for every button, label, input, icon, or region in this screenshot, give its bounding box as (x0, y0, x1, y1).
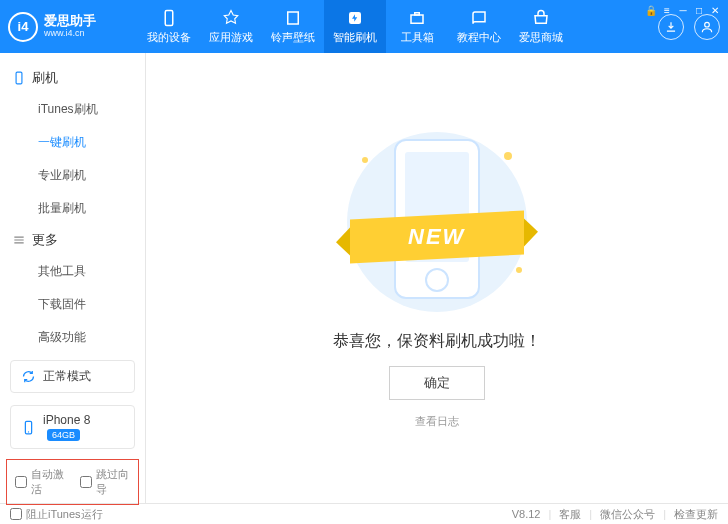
block-itunes-checkbox[interactable]: 阻止iTunes运行 (10, 507, 103, 522)
ok-button[interactable]: 确定 (389, 366, 485, 400)
new-ribbon: NEW (350, 210, 524, 263)
nav-flash[interactable]: 智能刷机 (324, 0, 386, 53)
nav-store[interactable]: 爱思商城 (510, 0, 572, 53)
options-box: 自动激活 跳过向导 (6, 459, 139, 505)
service-link[interactable]: 客服 (559, 507, 581, 522)
top-nav: 我的设备 应用游戏 铃声壁纸 智能刷机 工具箱 教程中心 爱思商城 (138, 0, 652, 53)
lock-icon[interactable]: 🔒 (644, 4, 658, 16)
success-illustration: NEW (332, 127, 542, 317)
storage-badge: 64GB (47, 429, 80, 441)
version-label: V8.12 (512, 508, 541, 520)
maximize-button[interactable]: □ (692, 4, 706, 16)
header: i4 爱思助手 www.i4.cn 我的设备 应用游戏 铃声壁纸 智能刷机 工具… (0, 0, 728, 53)
svg-point-8 (28, 431, 29, 432)
nav-ringtones[interactable]: 铃声壁纸 (262, 0, 324, 53)
sidebar-item-advanced[interactable]: 高级功能 (0, 321, 145, 354)
check-update-link[interactable]: 检查更新 (674, 507, 718, 522)
main-content: NEW 恭喜您，保资料刷机成功啦！ 确定 查看日志 (146, 53, 728, 503)
sidebar: 刷机 iTunes刷机 一键刷机 专业刷机 批量刷机 更多 其他工具 下载固件 … (0, 53, 146, 503)
sidebar-group-more[interactable]: 更多 (0, 225, 145, 255)
svg-rect-3 (411, 15, 423, 23)
refresh-icon (21, 369, 36, 384)
nav-tutorials[interactable]: 教程中心 (448, 0, 510, 53)
mode-card[interactable]: 正常模式 (10, 360, 135, 393)
app-logo: i4 爱思助手 www.i4.cn (8, 12, 138, 42)
logo-icon: i4 (8, 12, 38, 42)
sidebar-item-download-firmware[interactable]: 下载固件 (0, 288, 145, 321)
device-card[interactable]: iPhone 8 64GB (10, 405, 135, 449)
svg-rect-1 (288, 12, 299, 24)
app-url: www.i4.cn (44, 29, 96, 39)
sidebar-group-flash[interactable]: 刷机 (0, 63, 145, 93)
nav-toolbox[interactable]: 工具箱 (386, 0, 448, 53)
app-name: 爱思助手 (44, 14, 96, 28)
nav-my-device[interactable]: 我的设备 (138, 0, 200, 53)
nav-apps[interactable]: 应用游戏 (200, 0, 262, 53)
skip-guide-checkbox[interactable]: 跳过向导 (80, 467, 131, 497)
view-log-link[interactable]: 查看日志 (415, 414, 459, 429)
wechat-link[interactable]: 微信公众号 (600, 507, 655, 522)
device-name: iPhone 8 (43, 413, 90, 427)
minimize-button[interactable]: ─ (676, 4, 690, 16)
phone-icon (12, 71, 26, 85)
svg-point-5 (705, 22, 710, 27)
svg-rect-4 (415, 12, 420, 14)
auto-activate-checkbox[interactable]: 自动激活 (15, 467, 66, 497)
sidebar-item-pro-flash[interactable]: 专业刷机 (0, 159, 145, 192)
menu-icon (12, 233, 26, 247)
footer: 阻止iTunes运行 V8.12| 客服| 微信公众号| 检查更新 (0, 503, 728, 524)
sidebar-item-batch-flash[interactable]: 批量刷机 (0, 192, 145, 225)
download-button[interactable] (658, 14, 684, 40)
success-message: 恭喜您，保资料刷机成功啦！ (333, 331, 541, 352)
svg-rect-0 (165, 10, 173, 25)
phone-icon (21, 420, 36, 435)
sidebar-item-onekey-flash[interactable]: 一键刷机 (0, 126, 145, 159)
user-button[interactable] (694, 14, 720, 40)
sidebar-item-other-tools[interactable]: 其他工具 (0, 255, 145, 288)
close-button[interactable]: ✕ (708, 4, 722, 16)
menu-icon[interactable]: ≡ (660, 4, 674, 16)
sidebar-item-itunes-flash[interactable]: iTunes刷机 (0, 93, 145, 126)
svg-rect-6 (16, 72, 22, 84)
